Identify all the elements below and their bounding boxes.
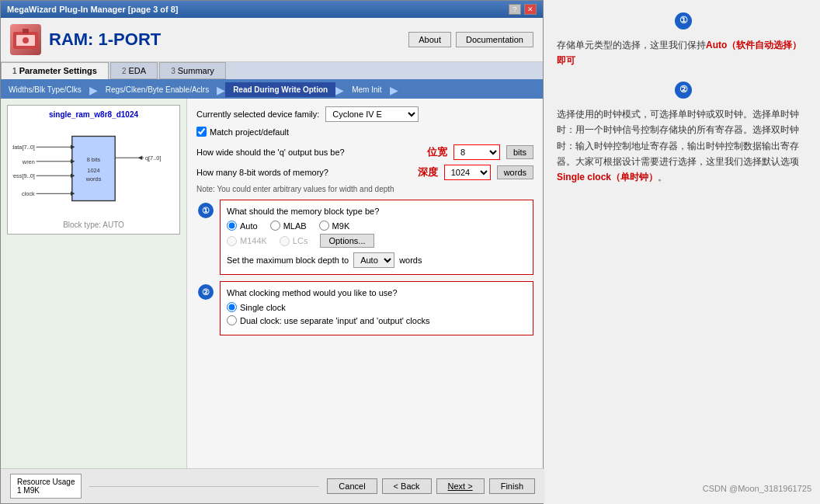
memory-block-options-row2: M144K LCs Options... xyxy=(227,234,526,248)
help-button[interactable]: ? xyxy=(509,4,521,15)
svg-point-2 xyxy=(23,37,29,43)
wizard-steps: Widths/Blk Type/Clks ▶ Regs/Clken/Byte E… xyxy=(1,81,543,99)
step-regs[interactable]: Regs/Clken/Byte Enable/Aclrs xyxy=(98,82,217,97)
svg-text:clock: clock xyxy=(22,190,35,197)
device-row: Currently selected device family: Cyclon… xyxy=(196,106,533,122)
close-button[interactable]: ✕ xyxy=(524,4,537,15)
depth-row: Set the maximum block depth to Auto word… xyxy=(227,252,526,268)
annot-text-2: 选择使用的时钟模式，可选择单时钟或双时钟。选择单时钟时：用一个时钟信号控制存储块… xyxy=(557,106,810,186)
resource-label: Resource Usage xyxy=(17,478,75,486)
depth-param-row: How many 8-bit words of memory? 深度 1024 … xyxy=(196,165,533,180)
width-param-row: How wide should the 'q' output bus be? 位… xyxy=(196,144,533,160)
annot-circle-2: ② xyxy=(675,82,692,99)
back-button[interactable]: < Back xyxy=(382,478,432,494)
depth-input[interactable]: 1024 512 2048 xyxy=(444,165,491,180)
separator xyxy=(89,486,319,487)
option-m9k[interactable]: M9K xyxy=(319,221,350,231)
depth-words: words xyxy=(399,255,422,265)
step-arrow-4: ▶ xyxy=(390,84,398,96)
device-family-select[interactable]: Cyclone IV E xyxy=(325,106,419,122)
device-family-label: Currently selected device family: xyxy=(196,109,319,119)
circle-num-1: ① xyxy=(198,203,214,218)
window-controls: ? ✕ xyxy=(509,4,537,15)
right-annotation: ① 存储单元类型的选择，这里我们保持Auto（软件自动选择）即可 ② 选择使用的… xyxy=(547,0,819,504)
memory-block-options: Auto MLAB M9K xyxy=(227,221,526,231)
resource-area: Resource Usage 1 M9K xyxy=(10,474,82,499)
watermark: CSDN @Moon_3181961725 xyxy=(703,482,811,496)
finish-button[interactable]: Finish xyxy=(489,478,535,494)
option-mlab[interactable]: MLAB xyxy=(270,221,307,231)
documentation-button[interactable]: Documentation xyxy=(456,32,533,47)
svg-text:data[7..0]: data[7..0] xyxy=(12,144,35,151)
depth-select[interactable]: Auto xyxy=(353,252,394,268)
options-button[interactable]: Options... xyxy=(320,234,374,248)
width-cn-label: 位宽 xyxy=(427,145,447,159)
memory-block-question: What should the memory block type be? xyxy=(227,207,526,216)
app-icon xyxy=(10,24,41,55)
bottom-buttons: Cancel < Back Next > Finish xyxy=(327,478,535,494)
option-auto[interactable]: Auto xyxy=(227,221,258,231)
bottom-bar: Resource Usage 1 M9K Cancel < Back Next … xyxy=(1,468,544,503)
header-buttons: About Documentation xyxy=(408,32,533,47)
svg-marker-22 xyxy=(138,155,143,160)
tab-parameter-settings[interactable]: 1 Parameter Settings xyxy=(1,62,109,79)
app-title-row: RAM: 1-PORT xyxy=(10,24,161,55)
tab-summary[interactable]: 3 Summary xyxy=(159,62,226,79)
resource-value: 1 M9K xyxy=(17,486,75,495)
depth-label: Set the maximum block depth to xyxy=(227,255,349,265)
tab-eda[interactable]: 2 EDA xyxy=(110,62,158,79)
match-row: Match project/default xyxy=(196,127,533,137)
note-text: Note: You could enter arbitrary values f… xyxy=(196,185,533,193)
annotation-block-1: ① 存储单元类型的选择，这里我们保持Auto（软件自动选择）即可 xyxy=(557,12,810,69)
svg-rect-3 xyxy=(23,29,29,33)
option-dual-clock[interactable]: Dual clock: use separate 'input' and 'ou… xyxy=(227,315,429,325)
svg-text:8 bits: 8 bits xyxy=(87,156,101,163)
width-input[interactable]: 8 16 32 xyxy=(453,144,500,160)
step-arrow-1: ▶ xyxy=(89,84,98,96)
svg-text:words: words xyxy=(85,176,102,182)
window-title: MegaWizard Plug-In Manager [page 3 of 8] xyxy=(7,5,179,14)
width-unit: bits xyxy=(506,145,533,159)
clocking-section: What clocking method would you like to u… xyxy=(220,281,533,335)
step-arrow-3: ▶ xyxy=(335,84,344,96)
diagram-title: single_ram_w8r8_d1024 xyxy=(12,110,175,119)
match-checkbox[interactable] xyxy=(196,127,207,137)
annot-circle-1: ① xyxy=(675,12,692,30)
about-button[interactable]: About xyxy=(408,32,451,47)
svg-text:wren: wren xyxy=(22,158,35,165)
depth-question: How many 8-bit words of memory? xyxy=(196,168,412,177)
option-lcs[interactable]: LCs xyxy=(280,236,308,246)
width-question: How wide should the 'q' output bus be? xyxy=(196,148,421,157)
svg-text:q[7..0]: q[7..0] xyxy=(145,155,162,162)
cancel-button[interactable]: Cancel xyxy=(327,478,377,494)
circle-num-2: ② xyxy=(198,284,214,300)
depth-cn-label: 深度 xyxy=(418,165,438,179)
step-read-during-write[interactable]: Read During Write Option xyxy=(225,82,335,97)
depth-unit: words xyxy=(497,165,533,179)
diagram-svg: 8 bits 1024 words data[7..0] wren addres… xyxy=(12,122,175,215)
match-label: Match project/default xyxy=(210,127,289,137)
svg-text:address[9..0]: address[9..0] xyxy=(12,172,35,179)
tabs-row: 1 Parameter Settings 2 EDA 3 Summary xyxy=(1,62,543,81)
content-area: single_ram_w8r8_d1024 8 bits 1024 words … xyxy=(1,99,543,479)
clocking-question: What clocking method would you like to u… xyxy=(227,288,526,297)
clocking-options-row2: Dual clock: use separate 'input' and 'ou… xyxy=(227,315,526,325)
block-type-label: Block type: AUTO xyxy=(12,221,175,229)
step-arrow-2: ▶ xyxy=(217,84,225,96)
left-panel: single_ram_w8r8_d1024 8 bits 1024 words … xyxy=(1,99,187,479)
right-form: Currently selected device family: Cyclon… xyxy=(187,99,543,479)
clocking-options: Single clock xyxy=(227,302,526,312)
header-area: RAM: 1-PORT About Documentation xyxy=(1,18,543,62)
app-title: RAM: 1-PORT xyxy=(49,30,161,50)
step-widths[interactable]: Widths/Blk Type/Clks xyxy=(1,82,89,97)
title-bar: MegaWizard Plug-In Manager [page 3 of 8]… xyxy=(1,1,543,18)
option-single-clock[interactable]: Single clock xyxy=(227,302,286,312)
step-mem-init[interactable]: Mem Init xyxy=(344,82,389,97)
memory-block-section: What should the memory block type be? Au… xyxy=(220,200,533,275)
next-button[interactable]: Next > xyxy=(436,478,485,494)
option-m144k[interactable]: M144K xyxy=(227,236,267,246)
annotation-block-2: ② 选择使用的时钟模式，可选择单时钟或双时钟。选择单时钟时：用一个时钟信号控制存… xyxy=(557,82,810,186)
resource-box: Resource Usage 1 M9K xyxy=(10,474,82,499)
svg-text:1024: 1024 xyxy=(87,167,99,174)
diagram-box: single_ram_w8r8_d1024 8 bits 1024 words … xyxy=(7,105,180,235)
